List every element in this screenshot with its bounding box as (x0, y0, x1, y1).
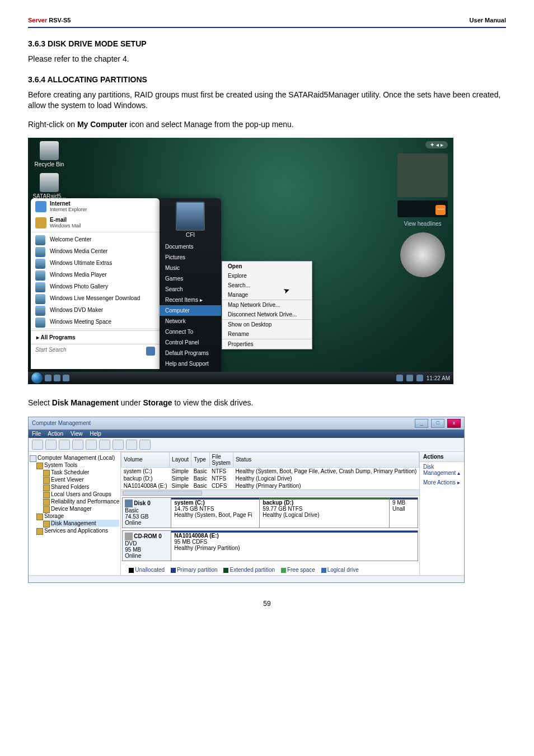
start-right-item[interactable]: Connect To (160, 326, 221, 337)
actions-disk-management[interactable]: Disk Management ▴ (420, 462, 464, 478)
cdrom-0-header[interactable]: CD-ROM 0 DVD 95 MB Online (123, 531, 171, 561)
col-volume[interactable]: Volume (121, 452, 170, 467)
start-email[interactable]: E-mail Windows Mail (31, 214, 160, 231)
ctx-show-desktop[interactable]: Show on Desktop (222, 320, 312, 329)
desktop-sataraid[interactable]: SATARaid5... (32, 173, 66, 199)
start-internet[interactable]: Internet Internet Explorer (31, 198, 160, 214)
menu-action[interactable]: Action (48, 431, 63, 437)
taskbar-clock[interactable]: 11:22 AM (427, 375, 450, 381)
col-layout[interactable]: Layout (170, 452, 191, 467)
ctx-properties[interactable]: Properties (222, 339, 312, 349)
toolbar-refresh-icon[interactable] (72, 440, 83, 450)
desktop-recycle-bin[interactable]: Recycle Bin (32, 141, 66, 167)
close-button[interactable]: x (447, 419, 461, 428)
ctx-disconnect-drive[interactable]: Disconnect Network Drive... (222, 310, 312, 319)
sidebar-clock[interactable] (400, 232, 445, 277)
tree-root[interactable]: Computer Management (Local) (30, 454, 119, 461)
start-all-programs[interactable]: ▸ All Programs (31, 330, 160, 344)
taskbar: 11:22 AM (28, 372, 453, 384)
ctx-map-drive[interactable]: Map Network Drive... (222, 300, 312, 310)
toolbar-icon[interactable] (113, 440, 124, 450)
tray-network-icon[interactable] (406, 375, 413, 381)
ctx-search[interactable]: Search... (222, 281, 312, 290)
start-right-item[interactable]: Default Programs (160, 348, 221, 358)
toolbar-icon[interactable] (126, 440, 137, 450)
menu-bar: File Action View Help (29, 430, 464, 438)
ctx-explore[interactable]: Explore (222, 271, 312, 281)
start-item[interactable]: Windows Media Player (31, 269, 160, 281)
partition-unallocated[interactable]: 9 MB Unall (390, 498, 418, 528)
start-right-item[interactable]: Network (160, 316, 221, 326)
table-row[interactable]: NA1014008A (E:) Simple Basic CDFS Health… (121, 482, 419, 489)
tree-disk-management[interactable]: Disk Management (43, 520, 119, 527)
tray-icon[interactable] (396, 375, 403, 381)
col-status[interactable]: Status (233, 452, 419, 467)
toolbar-back-icon[interactable] (32, 440, 43, 450)
tree-item[interactable]: Local Users and Groups (43, 491, 119, 498)
toolbar-up-icon[interactable] (59, 440, 70, 450)
tree-item[interactable]: Device Manager (43, 505, 119, 512)
menu-file[interactable]: File (32, 431, 41, 437)
partition-legend: Unallocated Primary partition Extended p… (121, 564, 419, 575)
ctx-open[interactable]: Open (222, 262, 312, 271)
sataraid-icon (40, 173, 59, 192)
toolbar-props-icon[interactable] (99, 440, 110, 450)
tray-volume-icon[interactable] (416, 375, 423, 381)
toolbar-help-icon[interactable] (86, 440, 97, 450)
tree-item[interactable]: Shared Folders (43, 483, 119, 491)
start-item[interactable]: Windows Meeting Space (31, 316, 160, 328)
user-avatar-icon[interactable] (176, 202, 205, 231)
table-row[interactable]: system (C:) Simple Basic NTFS Healthy (S… (121, 467, 419, 475)
partition-cdrom-e[interactable]: NA1014008A (E:) 95 MB CDFS Healthy (Prim… (171, 531, 418, 561)
tree-item[interactable]: Task Scheduler (43, 469, 119, 476)
start-right-item[interactable]: Documents (160, 241, 221, 252)
quicklaunch-icon[interactable] (54, 375, 60, 381)
ctx-manage[interactable]: Manage (222, 290, 312, 300)
actions-header: Actions (420, 452, 464, 462)
start-right-item[interactable]: Recent Items ▸ (160, 295, 221, 305)
tree-storage[interactable]: Storage (36, 512, 119, 520)
partition-backup-d[interactable]: backup (D:) 59.77 GB NTFS Healthy (Logic… (260, 498, 390, 528)
menu-help[interactable]: Help (90, 431, 101, 437)
start-item[interactable]: Windows DVD Maker (31, 304, 160, 316)
menu-view[interactable]: View (71, 431, 83, 437)
start-right-item[interactable]: Games (160, 273, 221, 284)
maximize-button[interactable]: □ (431, 419, 444, 428)
start-item[interactable]: Windows Media Center (31, 245, 160, 257)
ctx-rename[interactable]: Rename (222, 329, 312, 339)
tree-item[interactable]: Event Viewer (43, 476, 119, 483)
col-type[interactable]: Type (191, 452, 209, 467)
start-orb-icon[interactable] (31, 372, 43, 384)
start-right-item[interactable]: Help and Support (160, 358, 221, 369)
tree-system-tools[interactable]: System Tools (36, 461, 119, 469)
sidebar-headlines-link[interactable]: View headlines (397, 221, 448, 227)
start-item[interactable]: Windows Live Messenger Download (31, 292, 160, 304)
table-row[interactable]: backup (D:) Simple Basic NTFS Healthy (L… (121, 475, 419, 482)
actions-more[interactable]: More Actions ▸ (420, 478, 464, 487)
start-item[interactable]: Windows Photo Gallery (31, 281, 160, 292)
toolbar-icon[interactable] (139, 440, 151, 450)
start-right-item[interactable]: Music (160, 263, 221, 273)
quicklaunch-icon[interactable] (63, 375, 69, 381)
quicklaunch-icon[interactable] (45, 375, 51, 381)
tree-services[interactable]: Services and Applications (36, 527, 119, 534)
start-search-box[interactable]: Start Search (31, 344, 160, 355)
start-item[interactable]: Welcome Center (31, 234, 160, 245)
sidebar-slideshow[interactable] (397, 153, 448, 197)
toolbar-forward-icon[interactable] (45, 440, 57, 450)
partition-system-c[interactable]: system (C:) 14.75 GB NTFS Healthy (Syste… (171, 498, 260, 528)
start-right-item[interactable]: Control Panel (160, 337, 221, 348)
disk-0-header[interactable]: Disk 0 Basic 74.53 GB Online (123, 498, 171, 528)
start-item[interactable]: Windows Ultimate Extras (31, 257, 160, 269)
minimize-button[interactable]: _ (415, 419, 428, 428)
sidebar-feed-tile[interactable]: 〰 (397, 200, 448, 217)
col-filesystem[interactable]: File System (209, 452, 233, 467)
legend-logical-swatch (321, 568, 326, 573)
start-right-computer[interactable]: Computer (160, 305, 221, 316)
sidebar-nav-arrows[interactable]: ✦ ◂ ▸ (425, 141, 448, 148)
start-right-item[interactable]: Pictures (160, 252, 221, 263)
start-menu-left: Internet Internet Explorer E-mail Window… (31, 198, 160, 369)
start-right-item[interactable]: Search (160, 284, 221, 295)
horizontal-scrollbar[interactable] (121, 489, 419, 496)
tree-item[interactable]: Reliability and Performance (43, 498, 119, 505)
